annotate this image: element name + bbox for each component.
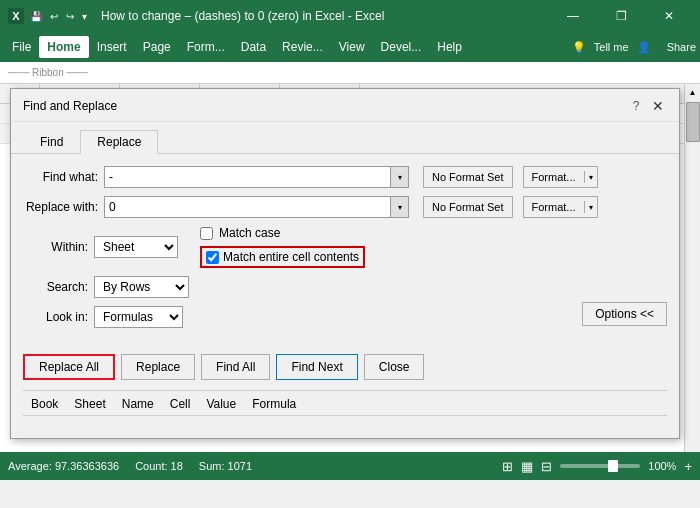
person-icon: 👤 xyxy=(637,41,651,54)
main-area: A B C D 1 2 ▲ ▼ Find and Repla xyxy=(0,84,700,480)
dialog-tabs: Find Replace xyxy=(11,122,679,154)
menu-format[interactable]: Form... xyxy=(179,36,233,58)
menu-file[interactable]: File xyxy=(4,36,39,58)
search-select-wrap: By Rows By Columns xyxy=(94,276,189,298)
lookin-select-wrap: Formulas Values Comments xyxy=(94,306,183,328)
status-right: ⊞ ▦ ⊟ 100% + xyxy=(502,459,692,474)
lookin-row: Look in: Formulas Values Comments xyxy=(23,306,365,328)
title-controls: — ❐ ✕ xyxy=(550,0,692,32)
find-what-input[interactable] xyxy=(104,166,391,188)
find-input-wrap: ▾ xyxy=(104,166,409,188)
within-select[interactable]: Sheet Workbook xyxy=(94,236,178,258)
dialog-content: Find what: ▾ No Format Set Format... ▾ R… xyxy=(11,154,679,346)
menu-help[interactable]: Help xyxy=(429,36,470,58)
tab-replace[interactable]: Replace xyxy=(80,130,158,154)
menu-review[interactable]: Revie... xyxy=(274,36,331,58)
col-name: Name xyxy=(114,397,162,411)
find-format-button[interactable]: Format... ▾ xyxy=(523,166,598,188)
page-view-icon[interactable]: ▦ xyxy=(521,459,533,474)
match-entire-highlight: Match entire cell contents xyxy=(200,246,365,268)
tab-find[interactable]: Find xyxy=(23,130,80,153)
quick-access-save[interactable]: 💾 xyxy=(30,11,42,22)
dialog-title: Find and Replace xyxy=(23,99,117,113)
quick-access-redo[interactable]: ↪ xyxy=(66,11,74,22)
ribbon-placeholder: ─── Ribbon ─── xyxy=(8,67,88,78)
options-section: Within: Sheet Workbook Match case xyxy=(23,226,667,328)
search-select[interactable]: By Rows By Columns xyxy=(94,276,189,298)
zoom-level: 100% xyxy=(648,460,676,472)
replace-with-dropdown[interactable]: ▾ xyxy=(391,196,409,218)
replace-all-button[interactable]: Replace All xyxy=(23,354,115,380)
quick-access-more[interactable]: ▾ xyxy=(82,11,87,22)
match-case-checkbox[interactable] xyxy=(200,227,213,240)
scroll-thumb[interactable] xyxy=(686,102,700,142)
results-area: Book Sheet Name Cell Value Formula xyxy=(23,390,667,438)
replace-button[interactable]: Replace xyxy=(121,354,195,380)
share-label[interactable]: Share xyxy=(667,41,696,53)
menu-home[interactable]: Home xyxy=(39,36,88,58)
zoom-in-icon[interactable]: + xyxy=(684,459,692,474)
tell-me-label[interactable]: Tell me xyxy=(594,41,629,53)
menu-data[interactable]: Data xyxy=(233,36,274,58)
lookin-label: Look in: xyxy=(23,310,88,324)
window-title: How to change – (dashes) to 0 (zero) in … xyxy=(101,9,384,23)
menu-developer[interactable]: Devel... xyxy=(373,36,430,58)
scroll-up-arrow[interactable]: ▲ xyxy=(685,84,701,100)
close-button[interactable]: ✕ xyxy=(646,0,692,32)
find-what-row: Find what: ▾ No Format Set Format... ▾ xyxy=(23,166,667,188)
checkboxes: Match case Match entire cell contents xyxy=(200,226,365,268)
menu-view[interactable]: View xyxy=(331,36,373,58)
within-select-wrap: Sheet Workbook xyxy=(94,236,178,258)
minimize-button[interactable]: — xyxy=(550,0,596,32)
maximize-button[interactable]: ❐ xyxy=(598,0,644,32)
match-case-row: Match case xyxy=(200,226,365,240)
col-sheet: Sheet xyxy=(66,397,113,411)
col-formula: Formula xyxy=(244,397,304,411)
find-no-format-button[interactable]: No Format Set xyxy=(423,166,513,188)
replace-format-arrow[interactable]: ▾ xyxy=(585,203,597,212)
find-format-arrow[interactable]: ▾ xyxy=(585,173,597,182)
zoom-slider[interactable] xyxy=(560,464,640,468)
search-row: Search: By Rows By Columns xyxy=(23,276,365,298)
select-options: Within: Sheet Workbook Match case xyxy=(23,226,365,328)
replace-format-label: Format... xyxy=(524,201,585,213)
find-all-button[interactable]: Find All xyxy=(201,354,270,380)
find-next-button[interactable]: Find Next xyxy=(276,354,357,380)
options-button[interactable]: Options << xyxy=(582,302,667,326)
status-count: Count: 18 xyxy=(135,460,183,472)
dialog-buttons: Replace All Replace Find All Find Next C… xyxy=(11,346,679,390)
results-body xyxy=(23,418,667,438)
scrollbar-right[interactable]: ▲ ▼ xyxy=(684,84,700,480)
find-format-label: Format... xyxy=(524,171,585,183)
find-what-label: Find what: xyxy=(23,170,98,184)
find-what-dropdown[interactable]: ▾ xyxy=(391,166,409,188)
find-replace-dialog: Find and Replace ? ✕ Find Replace Find w… xyxy=(10,88,680,439)
replace-format-btn-group: Format... ▾ xyxy=(521,196,598,218)
match-entire-checkbox[interactable] xyxy=(206,251,219,264)
within-row: Within: Sheet Workbook Match case xyxy=(23,226,365,268)
menu-insert[interactable]: Insert xyxy=(89,36,135,58)
col-book: Book xyxy=(23,397,66,411)
status-sum: Sum: 1071 xyxy=(199,460,252,472)
close-dialog-button[interactable]: Close xyxy=(364,354,425,380)
dialog-help-button[interactable]: ? xyxy=(627,97,645,115)
replace-input-wrap: ▾ xyxy=(104,196,409,218)
replace-format-button[interactable]: Format... ▾ xyxy=(523,196,598,218)
within-label: Within: xyxy=(23,240,88,254)
match-case-label: Match case xyxy=(219,226,280,240)
menu-page[interactable]: Page xyxy=(135,36,179,58)
lookin-select[interactable]: Formulas Values Comments xyxy=(94,306,183,328)
search-label: Search: xyxy=(23,280,88,294)
replace-with-input[interactable] xyxy=(104,196,391,218)
match-entire-highlight-row: Match entire cell contents xyxy=(200,246,365,268)
menu-bar: File Home Insert Page Form... Data Revie… xyxy=(0,32,700,62)
quick-access-undo[interactable]: ↩ xyxy=(50,11,58,22)
page-break-icon[interactable]: ⊟ xyxy=(541,459,552,474)
replace-with-label: Replace with: xyxy=(23,200,98,214)
replace-no-format-button[interactable]: No Format Set xyxy=(423,196,513,218)
dialog-close-button[interactable]: ✕ xyxy=(649,97,667,115)
title-bar-left: X 💾 ↩ ↪ ▾ How to change – (dashes) to 0 … xyxy=(8,8,384,24)
grid-view-icon[interactable]: ⊞ xyxy=(502,459,513,474)
col-value: Value xyxy=(198,397,244,411)
match-entire-label: Match entire cell contents xyxy=(223,250,359,264)
